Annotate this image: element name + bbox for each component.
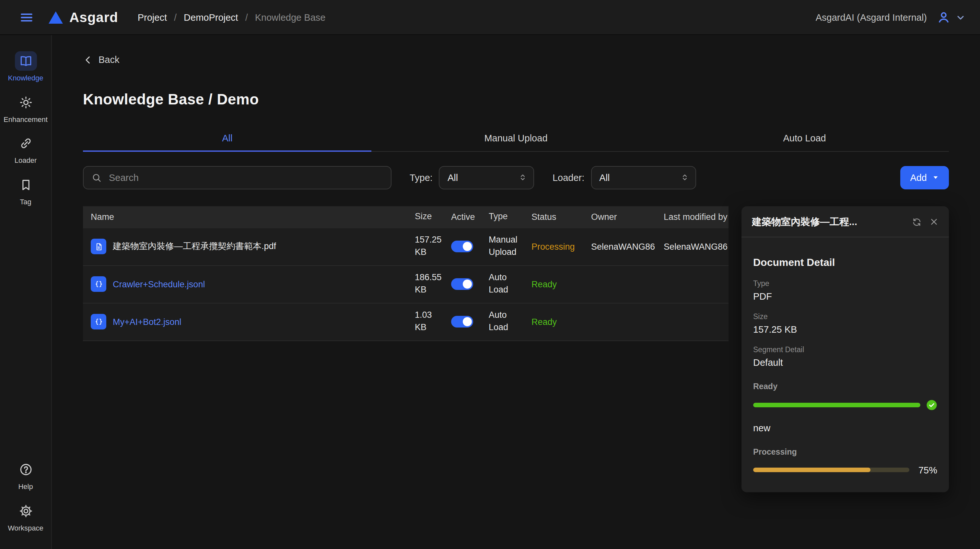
column-header-status: Status (531, 212, 591, 222)
sidebar-label-workspace: Workspace (8, 524, 43, 532)
sidebar-label-help: Help (18, 482, 33, 491)
sidebar-item-enhancement[interactable]: Enhancement (0, 93, 51, 123)
document-status: Processing (531, 242, 591, 251)
tab-manual-upload[interactable]: Manual Upload (372, 125, 660, 151)
tab-auto-load[interactable]: Auto Load (660, 125, 949, 151)
breadcrumb-current-page: Knowledge Base (255, 12, 326, 22)
ready-progress-bar (753, 402, 920, 407)
add-button[interactable]: Add (900, 166, 949, 189)
toggle-knob (463, 242, 472, 251)
table-and-panel-row: Name Size Active Type Status Owner Last … (83, 206, 949, 492)
select-arrows-icon (680, 173, 689, 182)
sidebar-bottom-group: Help Workspace (0, 460, 51, 549)
active-toggle[interactable] (451, 278, 473, 290)
column-header-active: Active (451, 212, 489, 222)
document-name[interactable]: Crawler+Schedule.jsonl (113, 279, 205, 289)
book-icon (14, 51, 37, 71)
column-header-size: Size (415, 211, 451, 223)
search-input[interactable] (108, 172, 383, 183)
add-caret-down-icon (932, 174, 939, 181)
json-file-icon (91, 314, 106, 329)
back-label: Back (99, 54, 119, 65)
sidebar: Knowledge Enhancement Loader Tag (0, 34, 52, 549)
column-header-last-modified-by: Last modified by (664, 212, 729, 222)
sidebar-label-enhancement: Enhancement (3, 115, 48, 123)
column-header-name: Name (83, 212, 415, 222)
type-select[interactable]: All (439, 166, 535, 189)
main-content: Back Knowledge Base / Demo All Manual Up… (52, 35, 980, 492)
sidebar-item-loader[interactable]: Loader (0, 134, 51, 165)
pdf-file-icon (91, 239, 106, 254)
search-box[interactable] (83, 166, 391, 189)
document-upload-type: Auto Load (489, 272, 531, 296)
tab-manual-upload-label: Manual Upload (484, 132, 547, 143)
sidebar-label-loader: Loader (14, 156, 37, 165)
field-value-size: 157.25 KB (753, 324, 937, 334)
document-detail-panel: 建築物室內裝修—工程... Document Detail Type PDF S… (741, 206, 949, 492)
breadcrumb-separator: / (174, 12, 177, 22)
top-bar: Asgard Project / DemoProject / Knowledge… (0, 0, 980, 35)
panel-header: 建築物室內裝修—工程... (741, 206, 949, 237)
page-title: Knowledge Base / Demo (83, 91, 949, 108)
json-file-icon (91, 276, 106, 292)
table-row-my-ai-bot[interactable]: My+AI+Bot2.jsonl 1.03 KB Auto Load Ready (83, 303, 729, 341)
toggle-knob (463, 279, 472, 289)
sidebar-item-help[interactable]: Help (0, 460, 51, 491)
screenshot-viewport: Asgard Project / DemoProject / Knowledge… (0, 0, 980, 549)
sidebar-item-workspace[interactable]: Workspace (0, 501, 51, 532)
active-toggle[interactable] (451, 241, 473, 252)
column-header-type: Type (489, 211, 531, 223)
document-size: 186.55 KB (415, 272, 451, 296)
processing-progress-bar (753, 468, 870, 472)
close-icon[interactable] (929, 217, 939, 227)
document-owner: SelenaWANG86 (591, 242, 664, 251)
document-name[interactable]: 建築物室內裝修—工程承攬契約書範本.pdf (113, 241, 276, 252)
processing-progress-label: Processing (753, 447, 937, 456)
back-chevron-icon (83, 55, 93, 64)
sidebar-item-tag[interactable]: Tag (0, 175, 51, 206)
type-select-value: All (447, 172, 519, 183)
processing-percent: 75% (915, 465, 937, 475)
question-circle-icon (14, 460, 37, 479)
refresh-icon[interactable] (912, 217, 922, 227)
account-chevron-down-icon[interactable] (955, 12, 966, 22)
type-filter-label: Type: (410, 172, 433, 183)
toggle-knob (463, 317, 472, 326)
document-upload-type: Auto Load (489, 310, 531, 334)
breadcrumb-separator: / (245, 12, 248, 22)
sidebar-top-group: Knowledge Enhancement Loader Tag (0, 51, 51, 216)
breadcrumb-demoproject[interactable]: DemoProject (184, 12, 238, 22)
search-icon (91, 172, 102, 183)
bookmark-icon (14, 175, 37, 195)
document-size: 1.03 KB (415, 310, 451, 334)
filter-bar: Type: All Loader: All Add (83, 166, 949, 189)
user-avatar-icon[interactable] (936, 10, 951, 25)
check-circle-icon (926, 399, 937, 410)
sidebar-item-knowledge[interactable]: Knowledge (0, 51, 51, 82)
document-status: Ready (531, 317, 591, 327)
document-name[interactable]: My+AI+Bot2.jsonl (113, 317, 181, 327)
table-row-crawler-schedule[interactable]: Crawler+Schedule.jsonl 186.55 KB Auto Lo… (83, 266, 729, 303)
active-toggle[interactable] (451, 316, 473, 327)
tab-all[interactable]: All (83, 125, 372, 151)
sun-icon (14, 93, 37, 112)
field-value-segment-detail: Default (753, 357, 937, 367)
field-label-type: Type (753, 279, 937, 287)
hamburger-menu-icon[interactable] (17, 8, 36, 27)
panel-section-title: Document Detail (753, 257, 937, 268)
table-row-pdf-document[interactable]: 建築物室內裝修—工程承攬契約書範本.pdf 157.25 KB Manual U… (83, 228, 729, 266)
document-size: 157.25 KB (415, 234, 451, 259)
loader-select[interactable]: All (591, 166, 696, 189)
app-logo[interactable]: Asgard (48, 10, 118, 25)
back-button[interactable]: Back (83, 54, 119, 65)
gear-icon (14, 501, 37, 521)
field-value-type: PDF (753, 291, 937, 301)
documents-table: Name Size Active Type Status Owner Last … (83, 206, 729, 341)
logo-text: Asgard (69, 10, 118, 25)
account-name: AsgardAI (Asgard Internal) (816, 12, 927, 22)
processing-progress-track (753, 468, 909, 472)
field-label-segment-detail: Segment Detail (753, 345, 937, 353)
breadcrumb-project[interactable]: Project (138, 12, 167, 22)
document-upload-type: Manual Upload (489, 234, 531, 259)
asgard-app: Asgard Project / DemoProject / Knowledge… (0, 0, 980, 549)
